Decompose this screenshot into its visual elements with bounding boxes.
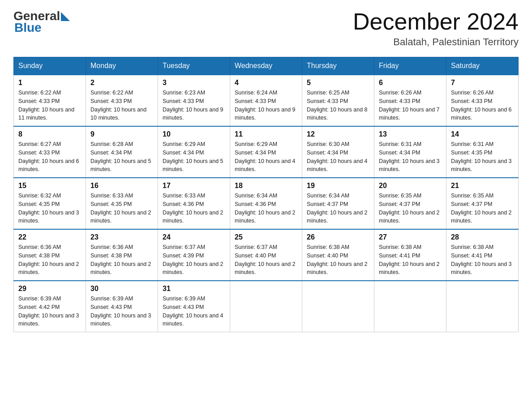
day-info: Sunrise: 6:30 AMSunset: 4:34 PMDaylight:…	[307, 141, 368, 172]
calendar-cell: 11 Sunrise: 6:29 AMSunset: 4:34 PMDaylig…	[230, 126, 302, 178]
week-row-4: 22 Sunrise: 6:36 AMSunset: 4:38 PMDaylig…	[14, 229, 519, 281]
calendar-cell: 2 Sunrise: 6:22 AMSunset: 4:33 PMDayligh…	[86, 75, 158, 126]
day-number: 8	[18, 130, 81, 138]
day-info: Sunrise: 6:39 AMSunset: 4:43 PMDaylight:…	[90, 295, 151, 327]
week-row-2: 8 Sunrise: 6:27 AMSunset: 4:33 PMDayligh…	[14, 126, 519, 178]
calendar-table: Sunday Monday Tuesday Wednesday Thursday…	[13, 57, 519, 332]
calendar-cell: 17 Sunrise: 6:33 AMSunset: 4:36 PMDaylig…	[158, 178, 230, 229]
day-number: 3	[163, 79, 225, 87]
header: General Blue December 2024 Balatah, Pale…	[13, 9, 519, 48]
day-number: 17	[163, 182, 225, 190]
calendar-cell: 3 Sunrise: 6:23 AMSunset: 4:33 PMDayligh…	[158, 75, 230, 126]
calendar-cell: 10 Sunrise: 6:29 AMSunset: 4:34 PMDaylig…	[158, 126, 230, 178]
day-info: Sunrise: 6:22 AMSunset: 4:33 PMDaylight:…	[90, 90, 146, 121]
calendar-cell: 15 Sunrise: 6:32 AMSunset: 4:35 PMDaylig…	[14, 178, 86, 229]
day-number: 2	[90, 79, 153, 87]
day-number: 29	[18, 285, 81, 293]
day-info: Sunrise: 6:36 AMSunset: 4:38 PMDaylight:…	[90, 244, 151, 275]
calendar-cell: 6 Sunrise: 6:26 AMSunset: 4:33 PMDayligh…	[374, 75, 446, 126]
day-info: Sunrise: 6:38 AMSunset: 4:41 PMDaylight:…	[379, 244, 440, 275]
day-number: 16	[90, 182, 153, 190]
day-info: Sunrise: 6:33 AMSunset: 4:36 PMDaylight:…	[163, 193, 223, 224]
day-number: 4	[235, 79, 297, 87]
day-info: Sunrise: 6:39 AMSunset: 4:43 PMDaylight:…	[163, 295, 223, 327]
calendar-cell	[374, 281, 446, 332]
day-number: 24	[163, 233, 225, 241]
day-info: Sunrise: 6:31 AMSunset: 4:35 PMDaylight:…	[451, 141, 512, 172]
day-number: 15	[18, 182, 81, 190]
col-saturday: Saturday	[446, 57, 519, 75]
day-info: Sunrise: 6:28 AMSunset: 4:34 PMDaylight:…	[90, 141, 151, 172]
col-sunday: Sunday	[14, 57, 86, 75]
calendar-cell: 8 Sunrise: 6:27 AMSunset: 4:33 PMDayligh…	[14, 126, 86, 178]
calendar-cell: 23 Sunrise: 6:36 AMSunset: 4:38 PMDaylig…	[86, 229, 158, 281]
day-number: 12	[307, 130, 369, 138]
calendar-cell: 30 Sunrise: 6:39 AMSunset: 4:43 PMDaylig…	[86, 281, 158, 332]
day-number: 1	[18, 79, 81, 87]
day-number: 30	[90, 285, 153, 293]
calendar-cell: 21 Sunrise: 6:35 AMSunset: 4:37 PMDaylig…	[446, 178, 519, 229]
day-number: 18	[235, 182, 297, 190]
calendar-cell: 28 Sunrise: 6:38 AMSunset: 4:41 PMDaylig…	[446, 229, 519, 281]
day-number: 22	[18, 233, 81, 241]
day-info: Sunrise: 6:23 AMSunset: 4:33 PMDaylight:…	[163, 90, 223, 121]
calendar-cell: 26 Sunrise: 6:38 AMSunset: 4:40 PMDaylig…	[302, 229, 374, 281]
calendar-cell: 24 Sunrise: 6:37 AMSunset: 4:39 PMDaylig…	[158, 229, 230, 281]
week-row-5: 29 Sunrise: 6:39 AMSunset: 4:42 PMDaylig…	[14, 281, 519, 332]
day-info: Sunrise: 6:22 AMSunset: 4:33 PMDaylight:…	[18, 90, 74, 121]
day-number: 27	[379, 233, 442, 241]
day-info: Sunrise: 6:32 AMSunset: 4:35 PMDaylight:…	[18, 193, 79, 224]
day-info: Sunrise: 6:26 AMSunset: 4:33 PMDaylight:…	[379, 90, 440, 121]
day-info: Sunrise: 6:37 AMSunset: 4:39 PMDaylight:…	[163, 244, 223, 275]
logo: General Blue	[13, 9, 70, 35]
week-row-3: 15 Sunrise: 6:32 AMSunset: 4:35 PMDaylig…	[14, 178, 519, 229]
day-number: 14	[451, 130, 514, 138]
day-number: 28	[451, 233, 514, 241]
calendar-cell: 25 Sunrise: 6:37 AMSunset: 4:40 PMDaylig…	[230, 229, 302, 281]
day-number: 23	[90, 233, 153, 241]
calendar-cell	[446, 281, 519, 332]
calendar-cell: 1 Sunrise: 6:22 AMSunset: 4:33 PMDayligh…	[14, 75, 86, 126]
day-info: Sunrise: 6:29 AMSunset: 4:34 PMDaylight:…	[235, 141, 296, 172]
calendar-cell: 27 Sunrise: 6:38 AMSunset: 4:41 PMDaylig…	[374, 229, 446, 281]
day-info: Sunrise: 6:26 AMSunset: 4:33 PMDaylight:…	[451, 90, 512, 121]
calendar-cell: 13 Sunrise: 6:31 AMSunset: 4:34 PMDaylig…	[374, 126, 446, 178]
day-info: Sunrise: 6:35 AMSunset: 4:37 PMDaylight:…	[379, 193, 440, 224]
calendar-cell: 20 Sunrise: 6:35 AMSunset: 4:37 PMDaylig…	[374, 178, 446, 229]
day-number: 6	[379, 79, 442, 87]
col-wednesday: Wednesday	[230, 57, 302, 75]
day-info: Sunrise: 6:25 AMSunset: 4:33 PMDaylight:…	[307, 90, 368, 121]
page-title: December 2024	[353, 9, 519, 34]
day-number: 26	[307, 233, 369, 241]
day-info: Sunrise: 6:37 AMSunset: 4:40 PMDaylight:…	[235, 244, 296, 275]
day-number: 25	[235, 233, 297, 241]
calendar-cell: 29 Sunrise: 6:39 AMSunset: 4:42 PMDaylig…	[14, 281, 86, 332]
calendar-cell: 18 Sunrise: 6:34 AMSunset: 4:36 PMDaylig…	[230, 178, 302, 229]
day-info: Sunrise: 6:38 AMSunset: 4:41 PMDaylight:…	[451, 244, 512, 275]
day-info: Sunrise: 6:34 AMSunset: 4:37 PMDaylight:…	[307, 193, 368, 224]
logo-blue-text: Blue	[14, 21, 42, 34]
day-info: Sunrise: 6:33 AMSunset: 4:35 PMDaylight:…	[90, 193, 151, 224]
day-number: 11	[235, 130, 297, 138]
day-number: 31	[163, 285, 225, 293]
day-info: Sunrise: 6:35 AMSunset: 4:37 PMDaylight:…	[451, 193, 512, 224]
calendar-cell: 22 Sunrise: 6:36 AMSunset: 4:38 PMDaylig…	[14, 229, 86, 281]
calendar-cell: 14 Sunrise: 6:31 AMSunset: 4:35 PMDaylig…	[446, 126, 519, 178]
day-info: Sunrise: 6:38 AMSunset: 4:40 PMDaylight:…	[307, 244, 368, 275]
col-friday: Friday	[374, 57, 446, 75]
week-row-1: 1 Sunrise: 6:22 AMSunset: 4:33 PMDayligh…	[14, 75, 519, 126]
calendar-cell: 7 Sunrise: 6:26 AMSunset: 4:33 PMDayligh…	[446, 75, 519, 126]
calendar-cell: 5 Sunrise: 6:25 AMSunset: 4:33 PMDayligh…	[302, 75, 374, 126]
calendar-cell: 4 Sunrise: 6:24 AMSunset: 4:33 PMDayligh…	[230, 75, 302, 126]
day-number: 7	[451, 79, 514, 87]
calendar-cell	[302, 281, 374, 332]
day-info: Sunrise: 6:36 AMSunset: 4:38 PMDaylight:…	[18, 244, 79, 275]
calendar-cell	[230, 281, 302, 332]
col-tuesday: Tuesday	[158, 57, 230, 75]
calendar-header-row: Sunday Monday Tuesday Wednesday Thursday…	[14, 57, 519, 75]
calendar-cell: 19 Sunrise: 6:34 AMSunset: 4:37 PMDaylig…	[302, 178, 374, 229]
page-subtitle: Balatah, Palestinian Territory	[353, 36, 519, 48]
calendar-cell: 31 Sunrise: 6:39 AMSunset: 4:43 PMDaylig…	[158, 281, 230, 332]
day-info: Sunrise: 6:31 AMSunset: 4:34 PMDaylight:…	[379, 141, 440, 172]
day-number: 21	[451, 182, 514, 190]
